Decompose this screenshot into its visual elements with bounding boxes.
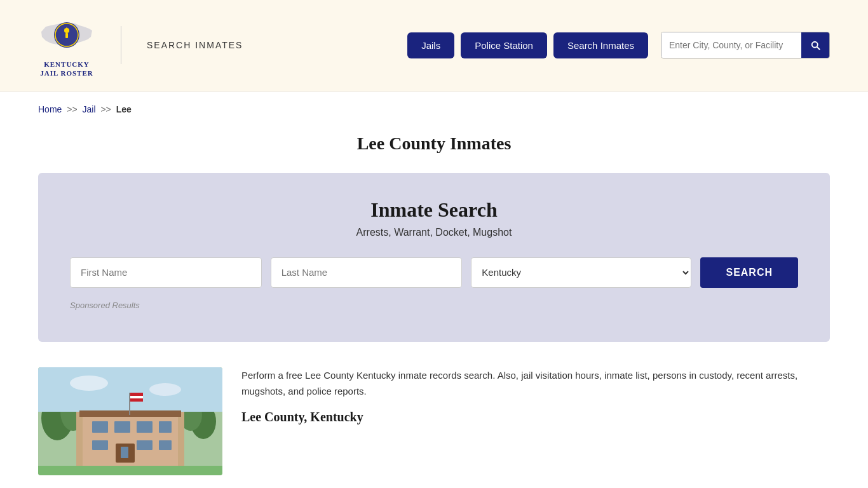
svg-rect-26 (129, 393, 130, 415)
jails-button[interactable]: Jails (407, 32, 454, 58)
breadcrumb-jail[interactable]: Jail (83, 104, 96, 114)
svg-rect-18 (114, 421, 130, 433)
svg-rect-22 (137, 440, 153, 450)
bottom-description: Perform a free Lee County Kentucky inmat… (241, 367, 830, 400)
svg-rect-28 (130, 393, 143, 396)
search-fields: Kentucky Alabama Alaska Arizona Arkansas… (70, 257, 798, 288)
bottom-section: Perform a free Lee County Kentucky inmat… (38, 367, 830, 475)
inmate-search-box: Inmate Search Arrests, Warrant, Docket, … (38, 173, 830, 342)
police-station-button[interactable]: Police Station (461, 32, 547, 58)
breadcrumb-current: Lee (116, 104, 132, 114)
svg-point-12 (70, 376, 108, 391)
page-title: Lee County Inmates (38, 133, 830, 154)
first-name-input[interactable] (70, 257, 262, 288)
svg-rect-17 (92, 421, 108, 433)
svg-rect-30 (130, 398, 143, 402)
logo-icon (38, 13, 95, 57)
breadcrumb-sep-1: >> (67, 104, 77, 114)
nav-buttons: Jails Police Station Search Inmates (407, 32, 830, 58)
svg-rect-4 (65, 33, 68, 38)
main-content: Lee County Inmates Inmate Search Arrests… (0, 121, 868, 488)
svg-rect-19 (137, 421, 153, 433)
svg-rect-23 (159, 440, 172, 450)
jail-image (38, 367, 222, 475)
bottom-section-title: Lee County, Kentucky (241, 410, 830, 424)
header-search[interactable] (661, 32, 830, 58)
bottom-text: Perform a free Lee County Kentucky inmat… (241, 367, 830, 424)
header-divider (121, 26, 121, 64)
last-name-input[interactable] (271, 257, 463, 288)
svg-rect-29 (130, 396, 143, 398)
inmate-search-title: Inmate Search (70, 198, 798, 222)
header-search-input[interactable] (661, 32, 801, 58)
search-icon (810, 39, 821, 51)
breadcrumb-home[interactable]: Home (38, 104, 62, 114)
logo: KENTUCKY JAIL ROSTER (38, 13, 95, 78)
state-select[interactable]: Kentucky Alabama Alaska Arizona Arkansas… (471, 257, 691, 288)
svg-rect-21 (92, 440, 108, 450)
breadcrumb-sep-2: >> (100, 104, 111, 114)
svg-rect-20 (159, 421, 172, 433)
header: KENTUCKY JAIL ROSTER SEARCH INMATES Jail… (0, 0, 868, 92)
header-search-button[interactable] (801, 32, 829, 58)
search-button[interactable]: SEARCH (700, 257, 798, 288)
breadcrumb: Home >> Jail >> Lee (0, 92, 868, 121)
logo-text: KENTUCKY JAIL ROSTER (40, 60, 93, 78)
svg-rect-31 (38, 466, 222, 475)
svg-rect-25 (121, 447, 128, 458)
svg-point-13 (149, 383, 181, 396)
jail-building-svg (38, 367, 222, 475)
search-inmates-button[interactable]: Search Inmates (553, 32, 648, 58)
sponsored-results-label: Sponsored Results (70, 301, 798, 310)
inmate-search-subtitle: Arrests, Warrant, Docket, Mugshot (70, 227, 798, 238)
search-inmates-label: SEARCH INMATES (147, 40, 243, 50)
